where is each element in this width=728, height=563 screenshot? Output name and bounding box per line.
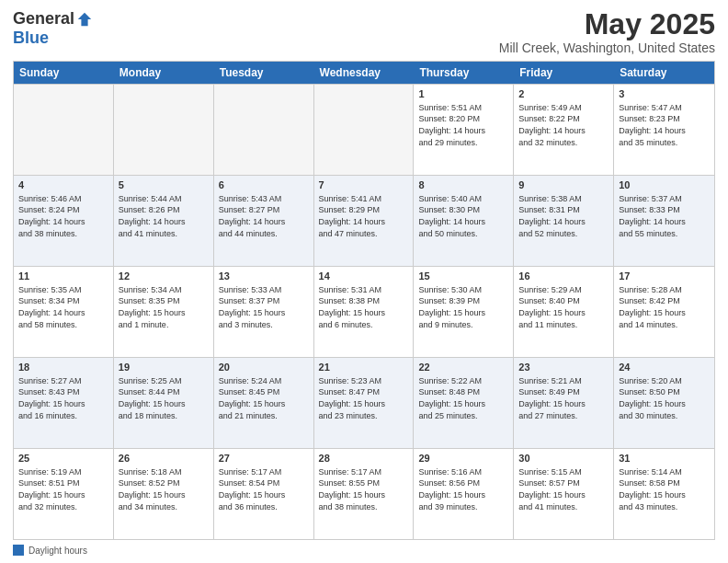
header-day-monday: Monday	[114, 62, 214, 84]
day-number: 6	[219, 178, 309, 192]
week-row-2: 11Sunrise: 5:35 AM Sunset: 8:34 PM Dayli…	[14, 266, 714, 357]
day-info: Sunrise: 5:27 AM Sunset: 8:43 PM Dayligh…	[18, 375, 108, 421]
day-cell-19: 19Sunrise: 5:25 AM Sunset: 8:44 PM Dayli…	[114, 358, 214, 448]
title-area: May 2025 Mill Creek, Washington, United …	[499, 9, 715, 55]
day-info: Sunrise: 5:17 AM Sunset: 8:55 PM Dayligh…	[319, 466, 409, 512]
day-cell-17: 17Sunrise: 5:28 AM Sunset: 8:42 PM Dayli…	[614, 267, 714, 357]
day-number: 22	[418, 361, 508, 374]
day-info: Sunrise: 5:33 AM Sunset: 8:37 PM Dayligh…	[219, 284, 309, 330]
day-info: Sunrise: 5:44 AM Sunset: 8:26 PM Dayligh…	[119, 193, 209, 239]
week-row-0: 1Sunrise: 5:51 AM Sunset: 8:20 PM Daylig…	[14, 84, 714, 175]
day-number: 13	[219, 270, 309, 283]
day-info: Sunrise: 5:22 AM Sunset: 8:48 PM Dayligh…	[418, 375, 508, 421]
day-number: 17	[619, 270, 710, 283]
day-number: 2	[518, 87, 609, 101]
day-cell-20: 20Sunrise: 5:24 AM Sunset: 8:45 PM Dayli…	[214, 358, 314, 448]
page: General Blue May 2025 Mill Creek, Washin…	[0, 0, 728, 563]
logo-blue-text: Blue	[13, 29, 49, 48]
day-cell-24: 24Sunrise: 5:20 AM Sunset: 8:50 PM Dayli…	[614, 358, 714, 448]
day-cell-30: 30Sunrise: 5:15 AM Sunset: 8:57 PM Dayli…	[514, 449, 614, 539]
day-cell-1: 1Sunrise: 5:51 AM Sunset: 8:20 PM Daylig…	[414, 85, 514, 175]
day-cell-16: 16Sunrise: 5:29 AM Sunset: 8:40 PM Dayli…	[514, 267, 614, 357]
day-info: Sunrise: 5:23 AM Sunset: 8:47 PM Dayligh…	[319, 375, 409, 421]
day-info: Sunrise: 5:43 AM Sunset: 8:27 PM Dayligh…	[219, 193, 309, 239]
day-info: Sunrise: 5:35 AM Sunset: 8:34 PM Dayligh…	[18, 284, 108, 330]
day-cell-26: 26Sunrise: 5:18 AM Sunset: 8:52 PM Dayli…	[114, 449, 214, 539]
day-cell-25: 25Sunrise: 5:19 AM Sunset: 8:51 PM Dayli…	[14, 449, 114, 539]
day-info: Sunrise: 5:30 AM Sunset: 8:39 PM Dayligh…	[418, 284, 508, 330]
day-info: Sunrise: 5:25 AM Sunset: 8:44 PM Dayligh…	[119, 375, 209, 421]
day-info: Sunrise: 5:47 AM Sunset: 8:23 PM Dayligh…	[619, 102, 710, 148]
day-cell-23: 23Sunrise: 5:21 AM Sunset: 8:49 PM Dayli…	[514, 358, 614, 448]
day-info: Sunrise: 5:16 AM Sunset: 8:56 PM Dayligh…	[418, 466, 508, 512]
day-cell-empty	[114, 85, 214, 175]
day-number: 28	[319, 452, 409, 465]
week-row-1: 4Sunrise: 5:46 AM Sunset: 8:24 PM Daylig…	[14, 175, 714, 266]
day-number: 1	[418, 87, 508, 101]
week-row-3: 18Sunrise: 5:27 AM Sunset: 8:43 PM Dayli…	[14, 357, 714, 448]
day-number: 3	[619, 87, 710, 101]
day-number: 25	[18, 452, 108, 465]
day-info: Sunrise: 5:40 AM Sunset: 8:30 PM Dayligh…	[418, 193, 508, 239]
day-cell-empty	[14, 85, 114, 175]
day-number: 9	[518, 178, 609, 192]
day-cell-27: 27Sunrise: 5:17 AM Sunset: 8:54 PM Dayli…	[214, 449, 314, 539]
day-number: 30	[518, 452, 609, 465]
day-info: Sunrise: 5:37 AM Sunset: 8:33 PM Dayligh…	[619, 193, 710, 239]
day-number: 4	[18, 178, 108, 192]
day-number: 8	[418, 178, 508, 192]
day-cell-22: 22Sunrise: 5:22 AM Sunset: 8:48 PM Dayli…	[414, 358, 514, 448]
day-info: Sunrise: 5:34 AM Sunset: 8:35 PM Dayligh…	[119, 284, 209, 330]
day-info: Sunrise: 5:20 AM Sunset: 8:50 PM Dayligh…	[619, 375, 710, 421]
day-number: 14	[319, 270, 409, 283]
day-number: 19	[119, 361, 209, 374]
header-day-thursday: Thursday	[414, 62, 514, 84]
header-day-saturday: Saturday	[614, 62, 714, 84]
legend-box	[13, 545, 24, 556]
day-cell-28: 28Sunrise: 5:17 AM Sunset: 8:55 PM Dayli…	[314, 449, 415, 539]
day-number: 15	[418, 270, 508, 283]
day-cell-11: 11Sunrise: 5:35 AM Sunset: 8:34 PM Dayli…	[14, 267, 114, 357]
logo-icon	[76, 11, 93, 28]
day-info: Sunrise: 5:24 AM Sunset: 8:45 PM Dayligh…	[219, 375, 309, 421]
day-info: Sunrise: 5:29 AM Sunset: 8:40 PM Dayligh…	[518, 284, 609, 330]
header-day-friday: Friday	[514, 62, 614, 84]
day-cell-7: 7Sunrise: 5:41 AM Sunset: 8:29 PM Daylig…	[314, 176, 415, 266]
day-cell-18: 18Sunrise: 5:27 AM Sunset: 8:43 PM Dayli…	[14, 358, 114, 448]
day-number: 7	[319, 178, 409, 192]
day-info: Sunrise: 5:38 AM Sunset: 8:31 PM Dayligh…	[518, 193, 609, 239]
day-number: 20	[219, 361, 309, 374]
day-cell-8: 8Sunrise: 5:40 AM Sunset: 8:30 PM Daylig…	[414, 176, 514, 266]
calendar-body: 1Sunrise: 5:51 AM Sunset: 8:20 PM Daylig…	[14, 84, 714, 539]
day-info: Sunrise: 5:31 AM Sunset: 8:38 PM Dayligh…	[319, 284, 409, 330]
day-info: Sunrise: 5:15 AM Sunset: 8:57 PM Dayligh…	[518, 466, 609, 512]
header-day-tuesday: Tuesday	[214, 62, 314, 84]
day-cell-empty	[214, 85, 314, 175]
logo: General Blue	[13, 9, 93, 48]
day-cell-6: 6Sunrise: 5:43 AM Sunset: 8:27 PM Daylig…	[214, 176, 314, 266]
day-number: 18	[18, 361, 108, 374]
day-cell-13: 13Sunrise: 5:33 AM Sunset: 8:37 PM Dayli…	[214, 267, 314, 357]
day-number: 31	[619, 452, 710, 465]
day-info: Sunrise: 5:19 AM Sunset: 8:51 PM Dayligh…	[18, 466, 108, 512]
day-info: Sunrise: 5:14 AM Sunset: 8:58 PM Dayligh…	[619, 466, 710, 512]
day-number: 24	[619, 361, 710, 374]
day-number: 27	[219, 452, 309, 465]
day-cell-2: 2Sunrise: 5:49 AM Sunset: 8:22 PM Daylig…	[514, 85, 614, 175]
day-number: 23	[518, 361, 609, 374]
day-cell-14: 14Sunrise: 5:31 AM Sunset: 8:38 PM Dayli…	[314, 267, 415, 357]
day-cell-5: 5Sunrise: 5:44 AM Sunset: 8:26 PM Daylig…	[114, 176, 214, 266]
day-cell-21: 21Sunrise: 5:23 AM Sunset: 8:47 PM Dayli…	[314, 358, 415, 448]
day-number: 26	[119, 452, 209, 465]
calendar-header: SundayMondayTuesdayWednesdayThursdayFrid…	[14, 62, 714, 84]
day-cell-empty	[314, 85, 415, 175]
header: General Blue May 2025 Mill Creek, Washin…	[13, 9, 715, 55]
day-cell-15: 15Sunrise: 5:30 AM Sunset: 8:39 PM Dayli…	[414, 267, 514, 357]
day-cell-9: 9Sunrise: 5:38 AM Sunset: 8:31 PM Daylig…	[514, 176, 614, 266]
day-number: 21	[319, 361, 409, 374]
day-cell-3: 3Sunrise: 5:47 AM Sunset: 8:23 PM Daylig…	[614, 85, 714, 175]
day-number: 16	[518, 270, 609, 283]
location: Mill Creek, Washington, United States	[499, 40, 715, 55]
day-info: Sunrise: 5:51 AM Sunset: 8:20 PM Dayligh…	[418, 102, 508, 148]
day-number: 5	[119, 178, 209, 192]
